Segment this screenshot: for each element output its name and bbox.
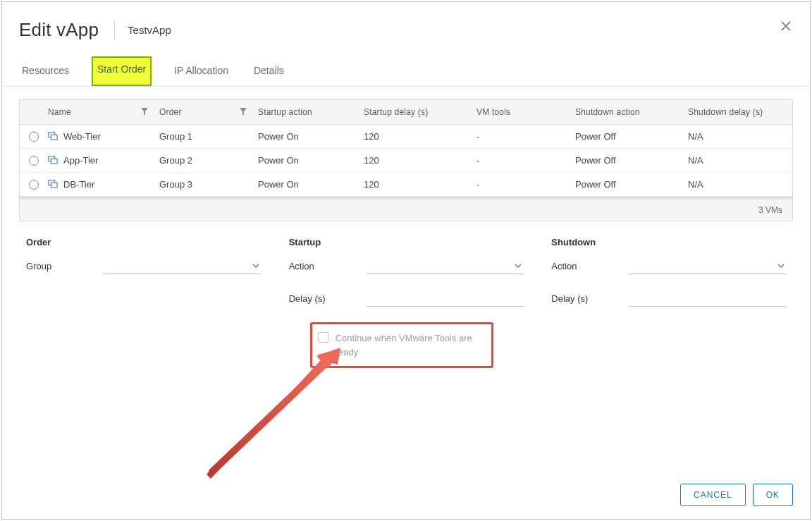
tab-resources[interactable]: Resources bbox=[19, 56, 72, 86]
cell-shutdown-delay: N/A bbox=[682, 173, 792, 195]
chevron-down-icon bbox=[777, 261, 785, 271]
svg-marker-3 bbox=[240, 108, 247, 115]
chevron-down-icon bbox=[515, 261, 522, 271]
cell-startup-delay: 120 bbox=[358, 149, 471, 171]
cell-order: Group 2 bbox=[154, 149, 252, 171]
col-name-label: Name bbox=[48, 107, 71, 117]
table-footer-count: 3 VMs bbox=[20, 200, 792, 221]
cell-order: Group 1 bbox=[154, 125, 252, 147]
vm-name: Web-Tier bbox=[63, 131, 101, 142]
shutdown-section: Shutdown Action Delay (s) bbox=[551, 237, 786, 368]
vm-name: DB-Tier bbox=[63, 179, 94, 190]
shutdown-heading: Shutdown bbox=[551, 237, 786, 247]
cell-shutdown-action: Power Off bbox=[570, 149, 682, 171]
cell-vm-tools: - bbox=[471, 149, 570, 171]
header-divider bbox=[114, 20, 115, 40]
vm-name: App-Tier bbox=[63, 155, 98, 166]
startup-section: Startup Action Delay (s) Continue when V… bbox=[289, 237, 524, 368]
startup-heading: Startup bbox=[289, 237, 524, 247]
edit-vapp-dialog: Edit vApp TestvApp Resources Start Order… bbox=[1, 1, 811, 520]
svg-line-12 bbox=[212, 359, 331, 472]
tab-details[interactable]: Details bbox=[251, 56, 287, 86]
startup-action-select[interactable] bbox=[367, 257, 524, 274]
col-startup-action[interactable]: Startup action bbox=[252, 100, 358, 124]
col-vm-tools[interactable]: VM tools bbox=[471, 100, 570, 124]
vmtools-callout: Continue when VMware Tools are ready bbox=[310, 322, 493, 368]
table-header: Name Order Startup action Startup delay … bbox=[20, 100, 792, 125]
col-order[interactable]: Order bbox=[154, 100, 252, 124]
startup-delay-label: Delay (s) bbox=[289, 293, 367, 304]
close-icon bbox=[780, 20, 792, 35]
startup-action-label: Action bbox=[289, 261, 367, 271]
row-select-radio[interactable] bbox=[29, 180, 39, 190]
tab-start-order[interactable]: Start Order bbox=[92, 56, 152, 86]
cell-shutdown-delay: N/A bbox=[682, 125, 792, 147]
cell-vm-tools: - bbox=[471, 125, 570, 147]
filter-icon[interactable] bbox=[240, 107, 247, 117]
svg-rect-9 bbox=[51, 183, 57, 188]
vapp-name: TestvApp bbox=[128, 24, 171, 36]
cell-shutdown-action: Power Off bbox=[570, 125, 682, 147]
shutdown-delay-input[interactable] bbox=[629, 290, 786, 307]
dialog-title: Edit vApp bbox=[19, 19, 99, 41]
filter-icon[interactable] bbox=[141, 107, 148, 117]
table-row[interactable]: App-Tier Group 2 Power On 120 - Power Of… bbox=[20, 149, 792, 173]
cell-vm-tools: - bbox=[471, 173, 570, 195]
svg-marker-2 bbox=[141, 108, 148, 115]
vmtools-ready-checkbox[interactable] bbox=[318, 332, 328, 343]
chevron-down-icon bbox=[252, 261, 259, 271]
table-row[interactable]: Web-Tier Group 1 Power On 120 - Power Of… bbox=[20, 125, 792, 149]
tab-ip-allocation[interactable]: IP Allocation bbox=[171, 56, 231, 86]
startup-delay-input[interactable] bbox=[367, 290, 524, 307]
svg-rect-5 bbox=[51, 135, 57, 140]
cell-startup-action: Power On bbox=[252, 149, 358, 171]
row-select-radio[interactable] bbox=[29, 132, 39, 142]
tab-bar: Resources Start Order IP Allocation Deta… bbox=[2, 56, 810, 87]
cell-shutdown-delay: N/A bbox=[682, 149, 792, 171]
vm-icon bbox=[48, 130, 58, 142]
table-row[interactable]: DB-Tier Group 3 Power On 120 - Power Off… bbox=[20, 173, 792, 197]
row-select-radio[interactable] bbox=[29, 156, 39, 166]
shutdown-delay-label: Delay (s) bbox=[551, 293, 629, 304]
vm-icon bbox=[48, 178, 58, 190]
cell-startup-delay: 120 bbox=[358, 173, 471, 195]
dialog-footer: CANCEL OK bbox=[680, 484, 793, 506]
shutdown-action-label: Action bbox=[551, 261, 629, 271]
col-startup-delay[interactable]: Startup delay (s) bbox=[358, 100, 471, 124]
group-label: Group bbox=[26, 261, 104, 271]
vm-icon bbox=[48, 154, 58, 166]
cell-order: Group 3 bbox=[154, 173, 252, 195]
cancel-button[interactable]: CANCEL bbox=[680, 484, 746, 506]
col-shutdown-action[interactable]: Shutdown action bbox=[570, 100, 682, 124]
vm-start-order-table: Name Order Startup action Startup delay … bbox=[19, 99, 793, 221]
col-name[interactable]: Name bbox=[48, 100, 154, 124]
dialog-header: Edit vApp TestvApp bbox=[2, 2, 810, 47]
cell-startup-action: Power On bbox=[252, 125, 358, 147]
col-order-label: Order bbox=[159, 107, 182, 117]
cell-shutdown-action: Power Off bbox=[570, 173, 682, 195]
svg-marker-10 bbox=[207, 349, 340, 479]
order-section: Order Group bbox=[26, 237, 261, 368]
cell-startup-action: Power On bbox=[252, 173, 358, 195]
svg-rect-7 bbox=[51, 159, 57, 164]
detail-form: Order Group Startup Action Delay (s) bbox=[2, 221, 810, 368]
order-heading: Order bbox=[26, 237, 261, 247]
vmtools-ready-label: Continue when VMware Tools are ready bbox=[336, 331, 484, 359]
shutdown-action-select[interactable] bbox=[629, 257, 786, 274]
ok-button[interactable]: OK bbox=[753, 484, 793, 506]
cell-startup-delay: 120 bbox=[358, 125, 471, 147]
col-shutdown-delay[interactable]: Shutdown delay (s) bbox=[682, 100, 792, 124]
close-button[interactable] bbox=[777, 19, 794, 36]
group-select[interactable] bbox=[104, 257, 261, 274]
